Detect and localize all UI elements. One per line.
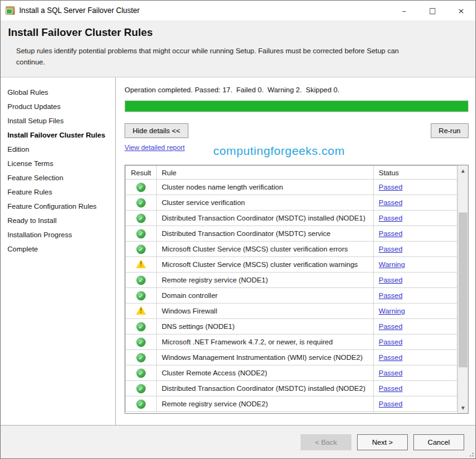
sidebar-item-feature-selection[interactable]: Feature Selection: [7, 171, 113, 185]
table-row: Remote registry service (NODE2)Passed: [126, 396, 457, 412]
minimize-button[interactable]: –: [390, 1, 418, 20]
sidebar-item-edition[interactable]: Edition: [7, 142, 113, 157]
rule-name: Distributed Transaction Coordinator (MSD…: [157, 381, 374, 396]
table-row: Distributed Transaction Coordinator (MSD…: [126, 381, 457, 396]
sidebar-nav: Global RulesProduct UpdatesInstall Setup…: [1, 77, 116, 425]
status-link[interactable]: Passed: [379, 214, 402, 222]
warning-icon: [136, 260, 146, 268]
status-link[interactable]: Passed: [379, 400, 402, 408]
status-link[interactable]: Passed: [379, 276, 402, 284]
report-link-row: View detailed report computingforgeeks.c…: [125, 144, 469, 158]
table-row: Windows Management Instrumentation (WMI)…: [126, 350, 457, 365]
page-description: Setup rules identify potential problems …: [16, 46, 403, 68]
watermark-text: computingforgeeks.com: [213, 144, 345, 158]
table-row: Cluster service verificationPassed: [126, 195, 457, 211]
footer-button-bar: < Back Next > Cancel: [1, 425, 475, 458]
passed-check-icon: [136, 198, 146, 208]
page-header: Install Failover Cluster Rules Setup rul…: [1, 20, 475, 77]
passed-check-icon: [136, 322, 146, 331]
scrollbar-thumb[interactable]: [459, 212, 467, 367]
passed-check-icon: [136, 338, 146, 347]
sidebar-item-license-terms[interactable]: License Terms: [7, 157, 113, 171]
window-controls: – □ ×: [390, 1, 475, 20]
rule-name: DNS settings (NODE1): [157, 319, 374, 334]
rule-name: Remote registry service (NODE2): [157, 396, 374, 412]
sidebar-item-install-setup-files[interactable]: Install Setup Files: [7, 114, 113, 128]
view-detailed-report-link[interactable]: View detailed report: [125, 144, 185, 151]
sql-server-setup-icon: [6, 6, 15, 15]
sidebar-item-ready-to-install[interactable]: Ready to Install: [7, 214, 113, 228]
status-link[interactable]: Passed: [379, 323, 402, 330]
sidebar-item-feature-configuration-rules[interactable]: Feature Configuration Rules: [7, 199, 113, 214]
status-link[interactable]: Passed: [379, 369, 402, 377]
passed-check-icon: [136, 400, 146, 409]
status-link[interactable]: Warning: [379, 307, 405, 315]
details-button-row: Hide details << Re-run: [125, 123, 469, 138]
table-scrollbar[interactable]: ▲ ▼: [457, 165, 468, 413]
rerun-button[interactable]: Re-run: [431, 123, 469, 138]
status-link[interactable]: Passed: [379, 354, 402, 361]
passed-check-icon: [136, 276, 146, 285]
rule-name: Windows Management Instrumentation (WMI)…: [157, 350, 374, 365]
table-row: DNS settings (NODE1)Passed: [126, 319, 457, 334]
scroll-down-icon[interactable]: ▼: [458, 403, 468, 413]
rule-name: Remote registry service (NODE1): [157, 273, 374, 288]
status-link[interactable]: Passed: [379, 338, 402, 346]
status-link[interactable]: Passed: [379, 385, 402, 392]
hide-details-button[interactable]: Hide details <<: [125, 123, 188, 138]
table-row: Microsoft Cluster Service (MSCS) cluster…: [126, 257, 457, 273]
sidebar-item-complete[interactable]: Complete: [7, 242, 113, 256]
sidebar-item-install-failover-cluster-rules[interactable]: Install Failover Cluster Rules: [7, 128, 113, 142]
maximize-button[interactable]: □: [418, 1, 447, 20]
status-link[interactable]: Passed: [379, 183, 402, 191]
window-title: Install a SQL Server Failover Cluster: [19, 6, 139, 15]
resize-grip[interactable]: [467, 450, 474, 457]
status-link[interactable]: Passed: [379, 245, 402, 253]
passed-check-icon: [136, 229, 146, 238]
progress-fill: [125, 101, 468, 111]
rules-table: Result Rule Status Cluster nodes name le…: [125, 165, 457, 413]
rule-name: Microsoft Cluster Service (MSCS) cluster…: [157, 242, 374, 257]
passed-check-icon: [136, 214, 146, 223]
table-row: Microsoft Cluster Service (MSCS) cluster…: [126, 242, 457, 257]
column-header-status[interactable]: Status: [374, 166, 457, 180]
status-link[interactable]: Passed: [379, 230, 402, 237]
rule-name: Distributed Transaction Coordinator (MSD…: [157, 211, 374, 226]
progress-bar: [125, 100, 469, 112]
scroll-up-icon[interactable]: ▲: [458, 165, 468, 176]
wizard-body: Global RulesProduct UpdatesInstall Setup…: [1, 77, 475, 425]
next-button[interactable]: Next >: [357, 434, 408, 450]
rule-name: Cluster service verification: [157, 195, 374, 211]
sidebar-item-product-updates[interactable]: Product Updates: [7, 100, 113, 114]
rule-name: Domain controller: [157, 288, 374, 304]
passed-check-icon: [136, 369, 146, 378]
column-header-rule[interactable]: Rule: [157, 166, 374, 180]
sidebar-item-global-rules[interactable]: Global Rules: [7, 85, 113, 100]
sidebar-item-feature-rules[interactable]: Feature Rules: [7, 185, 113, 199]
passed-check-icon: [136, 183, 146, 192]
back-button[interactable]: < Back: [301, 434, 351, 450]
table-row: Distributed Transaction Coordinator (MSD…: [126, 226, 457, 242]
status-link[interactable]: Passed: [379, 292, 402, 299]
rule-name: Microsoft .NET Framework 4.7.2, or newer…: [157, 334, 374, 350]
rule-name: Windows Firewall: [157, 304, 374, 319]
cancel-button[interactable]: Cancel: [413, 434, 464, 450]
operation-status-line: Operation completed. Passed: 17. Failed …: [125, 86, 469, 94]
table-row: Cluster Remote Access (NODE2)Passed: [126, 365, 457, 381]
rules-table-body: Cluster nodes name length verificationPa…: [126, 180, 457, 412]
column-header-result[interactable]: Result: [126, 166, 157, 180]
table-row: Windows FirewallWarning: [126, 304, 457, 319]
status-link[interactable]: Passed: [379, 199, 402, 206]
sidebar-item-installation-progress[interactable]: Installation Progress: [7, 228, 113, 242]
close-button[interactable]: ×: [447, 1, 475, 20]
table-row: Remote registry service (NODE1)Passed: [126, 273, 457, 288]
table-header-row: Result Rule Status: [126, 166, 457, 180]
table-row: Distributed Transaction Coordinator (MSD…: [126, 211, 457, 226]
rules-table-container: Result Rule Status Cluster nodes name le…: [125, 165, 469, 414]
rule-name: Distributed Transaction Coordinator (MSD…: [157, 226, 374, 242]
warning-icon: [136, 306, 146, 315]
page-title: Install Failover Cluster Rules: [8, 27, 467, 39]
status-link[interactable]: Warning: [379, 261, 405, 268]
rule-name: Microsoft Cluster Service (MSCS) cluster…: [157, 257, 374, 273]
main-panel: Operation completed. Passed: 17. Failed …: [116, 77, 475, 425]
